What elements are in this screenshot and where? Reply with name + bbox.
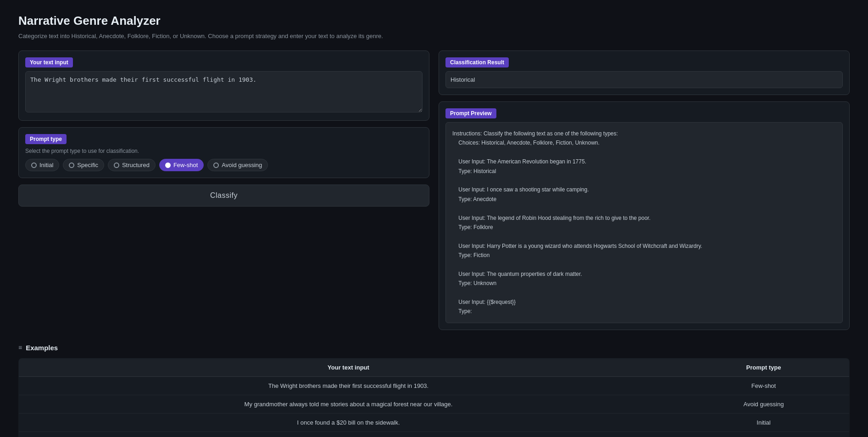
prompt-type-sublabel: Select the prompt type to use for classi… xyxy=(25,148,423,154)
classification-result-section: Classification Result xyxy=(439,50,850,95)
radio-label-initial: Initial xyxy=(39,162,53,168)
table-row: The Wright brothers made their first suc… xyxy=(19,376,850,395)
prompt-preview-content: Instructions: Classify the following tex… xyxy=(445,122,843,323)
examples-table-body: The Wright brothers made their first suc… xyxy=(19,376,850,437)
radio-option-structured[interactable]: Structured xyxy=(108,159,156,171)
radio-dot-initial xyxy=(31,162,37,168)
radio-label-few-shot: Few-shot xyxy=(173,162,198,168)
examples-section: ≡ Examples Your text input Prompt type T… xyxy=(18,344,850,437)
right-panel: Classification Result Prompt Preview Ins… xyxy=(439,50,850,330)
prompt-type-radio-group: InitialSpecificStructuredFew-shotAvoid g… xyxy=(25,159,423,171)
col-prompt-type: Prompt type xyxy=(678,358,850,376)
examples-title: Examples xyxy=(26,344,58,352)
radio-dot-structured xyxy=(114,162,119,168)
radio-option-initial[interactable]: Initial xyxy=(25,159,59,171)
page-subtitle: Categorize text into Historical, Anecdot… xyxy=(18,33,850,39)
table-row: I once found a $20 bill on the sidewalk.… xyxy=(19,413,850,431)
examples-icon: ≡ xyxy=(18,344,22,351)
prompt-type-section: Prompt type Select the prompt type to us… xyxy=(18,127,429,178)
left-panel: Your text input The Wright brothers made… xyxy=(18,50,429,330)
radio-label-avoid-guessing: Avoid guessing xyxy=(222,162,262,168)
prompt-type-badge: Prompt type xyxy=(25,134,67,144)
classification-result-input[interactable] xyxy=(445,71,843,88)
table-cell-text-input: In a galaxy far, far away, there was a y… xyxy=(19,431,678,437)
text-input-field[interactable]: The Wright brothers made their first suc… xyxy=(25,71,423,112)
radio-label-structured: Structured xyxy=(122,162,150,168)
table-cell-prompt-type: Avoid guessing xyxy=(678,395,850,413)
table-cell-prompt-type: Few-shot xyxy=(678,376,850,395)
examples-table: Your text input Prompt type The Wright b… xyxy=(18,358,850,437)
radio-label-specific: Specific xyxy=(77,162,98,168)
examples-table-head: Your text input Prompt type xyxy=(19,358,850,376)
main-grid: Your text input The Wright brothers made… xyxy=(18,50,850,330)
prompt-preview-section: Prompt Preview Instructions: Classify th… xyxy=(439,101,850,330)
examples-header: ≡ Examples xyxy=(18,344,850,352)
col-text-input: Your text input xyxy=(19,358,678,376)
classify-button[interactable]: Classify xyxy=(18,185,429,207)
table-cell-text-input: My grandmother always told me stories ab… xyxy=(19,395,678,413)
radio-dot-avoid-guessing xyxy=(213,162,219,168)
page-title: Narrative Genre Analyzer xyxy=(18,14,850,28)
table-cell-prompt-type: Specific xyxy=(678,431,850,437)
text-input-section: Your text input The Wright brothers made… xyxy=(18,50,429,121)
text-input-badge: Your text input xyxy=(25,57,73,67)
table-cell-text-input: The Wright brothers made their first suc… xyxy=(19,376,678,395)
radio-option-specific[interactable]: Specific xyxy=(63,159,104,171)
prompt-preview-badge: Prompt Preview xyxy=(445,108,496,118)
classification-result-badge: Classification Result xyxy=(445,57,509,67)
radio-option-few-shot[interactable]: Few-shot xyxy=(159,159,204,171)
examples-table-header-row: Your text input Prompt type xyxy=(19,358,850,376)
radio-dot-few-shot xyxy=(165,162,171,168)
table-cell-text-input: I once found a $20 bill on the sidewalk. xyxy=(19,413,678,431)
radio-dot-specific xyxy=(69,162,74,168)
table-cell-prompt-type: Initial xyxy=(678,413,850,431)
table-row: My grandmother always told me stories ab… xyxy=(19,395,850,413)
radio-option-avoid-guessing[interactable]: Avoid guessing xyxy=(207,159,268,171)
table-row: In a galaxy far, far away, there was a y… xyxy=(19,431,850,437)
